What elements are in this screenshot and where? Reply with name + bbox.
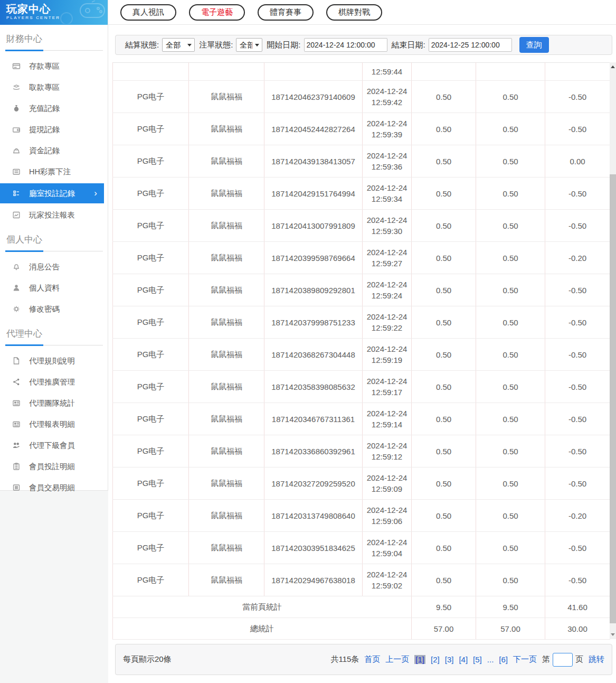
table-row: PG电子鼠鼠福福18714203898092928012024-12-2412:…	[113, 274, 610, 306]
page-link[interactable]: ...	[487, 655, 494, 664]
sidebar-item[interactable]: 代理規則說明	[0, 350, 108, 371]
bet-date: 2024-12-24	[363, 118, 411, 129]
recharge-moneybag-icon	[12, 104, 21, 113]
sidebar-item[interactable]: HH彩票下注	[0, 161, 108, 182]
game-cell: 鼠鼠福福	[189, 564, 264, 596]
platform-cell: PG电子	[113, 306, 189, 339]
sidebar-item[interactable]: 會員投註明細	[0, 456, 108, 477]
bet-time: 12:59:30	[363, 226, 411, 237]
sidebar-item-label: HH彩票下注	[29, 167, 71, 177]
sidebar-item[interactable]: 存款專區	[0, 55, 108, 77]
bet-time: 12:59:17	[363, 387, 411, 398]
bet-date: 2024-12-24	[363, 86, 411, 97]
scrollbar-thumb[interactable]	[610, 174, 616, 623]
table-row: PG电子鼠鼠福福18714203583980856322024-12-2412:…	[113, 371, 610, 403]
vertical-scrollbar[interactable]	[610, 62, 616, 639]
end-date-input[interactable]	[429, 38, 512, 52]
valid-amount-cell: 0.50	[476, 177, 545, 210]
news-icon	[12, 399, 21, 407]
sidebar-item-label: 消息公告	[29, 262, 60, 272]
query-button[interactable]: 查詢	[519, 37, 549, 53]
platform-cell: PG电子	[113, 403, 189, 435]
valid-amount-cell: 0.50	[476, 371, 545, 403]
order-number-cell: 1871420358398085632	[264, 371, 363, 403]
game-tab[interactable]: 體育賽事	[258, 4, 314, 21]
per-page-label: 每頁顯示20條	[123, 654, 172, 665]
game-tab[interactable]: 真人視訊	[120, 4, 176, 21]
sidebar-item[interactable]: 會員交易明細	[0, 477, 108, 498]
sidebar-item[interactable]: 廳室投註記錄›	[0, 183, 104, 203]
table-row: PG电子鼠鼠福福18714203137498086402024-12-2412:…	[113, 500, 610, 532]
page-link[interactable]: [3]	[445, 655, 454, 664]
sidebar-item-label: 修改密碼	[29, 304, 60, 314]
sidebar-item-label: 資金記錄	[29, 146, 60, 156]
sidebar-item[interactable]: 消息公告	[0, 256, 108, 277]
table-row: PG电子鼠鼠福福18714204130079918092024-12-2412:…	[113, 210, 610, 242]
bet-amount-cell: 0.50	[412, 210, 476, 242]
sidebar-item[interactable]: 取款專區	[0, 77, 108, 98]
bell-icon	[12, 263, 21, 271]
deposit-card-icon	[12, 62, 21, 70]
settle-status-select[interactable]: 全部	[162, 38, 195, 52]
clipboard-icon	[12, 462, 21, 471]
funds-purse-icon	[12, 146, 21, 155]
platform-cell: PG电子	[113, 242, 189, 274]
page-link[interactable]: [4]	[459, 655, 468, 664]
withdraw-hand-icon	[12, 83, 21, 91]
sidebar-item[interactable]: 資金記錄	[0, 140, 108, 161]
page-jump-input[interactable]	[553, 653, 573, 667]
list-icon	[12, 483, 21, 492]
section-header: 個人中心	[0, 226, 108, 250]
sidebar-item[interactable]: 玩家投注報表	[0, 204, 108, 226]
bet-time-cell: 2024-12-2412:59:39	[363, 113, 412, 145]
scroll-up-arrow-icon[interactable]	[611, 66, 615, 68]
page-link[interactable]: [2]	[431, 655, 440, 664]
bet-time-cell: 2024-12-2412:59:34	[363, 177, 412, 210]
sidebar-item[interactable]: 代理下級會員	[0, 435, 108, 456]
valid-amount-cell: 0.50	[476, 113, 545, 145]
game-cell: 鼠鼠福福	[189, 145, 264, 177]
platform-cell: PG电子	[113, 532, 189, 564]
sidebar-item-label: 代理下級會員	[29, 441, 75, 451]
sidebar-item-label: 代理報表明細	[29, 419, 75, 429]
sidebar-item-label: 提現記錄	[29, 125, 60, 135]
first-page-link[interactable]: 首页	[364, 654, 380, 665]
sidebar-item[interactable]: 代理團隊統計	[0, 392, 108, 414]
summary-profit-total: 41.60	[545, 596, 610, 618]
profit-cell: -0.50	[545, 274, 610, 306]
sidebar-item[interactable]: 代理報表明細	[0, 414, 108, 435]
sidebar-item[interactable]: 修改密碼	[0, 298, 108, 320]
bet-time: 12:59:44	[363, 66, 411, 77]
next-page-link[interactable]: 下一页	[513, 654, 537, 665]
scroll-down-arrow-icon[interactable]	[611, 633, 615, 636]
sidebar-item[interactable]: 代理推廣管理	[0, 371, 108, 392]
order-status-select[interactable]: 全部	[236, 38, 262, 52]
bet-time: 12:59:04	[363, 548, 411, 559]
page-link[interactable]: [5]	[473, 655, 482, 664]
sidebar-item[interactable]: 充值記錄	[0, 98, 108, 119]
order-number-cell: 1871420389809292801	[264, 274, 363, 306]
bet-time-cell: 2024-12-2412:59:06	[363, 500, 412, 532]
bet-amount-cell: 0.50	[412, 306, 476, 339]
game-tab[interactable]: 棋牌對戰	[326, 4, 382, 21]
page-link[interactable]: [6]	[499, 655, 508, 664]
summary-label: 總統計	[113, 618, 412, 640]
bet-time-cell: 2024-12-2412:59:27	[363, 242, 412, 274]
valid-amount-cell: 0.50	[476, 306, 545, 339]
prev-page-link[interactable]: 上一页	[385, 654, 409, 665]
summary-bet-total: 9.50	[412, 596, 476, 618]
platform-cell: PG电子	[113, 339, 189, 371]
bet-amount-cell: 0.50	[412, 403, 476, 435]
gamepad-icon	[58, 1, 107, 24]
sidebar-item[interactable]: 個人資料	[0, 277, 108, 298]
sidebar-item[interactable]: 提現記錄	[0, 119, 108, 140]
game-tab[interactable]: 電子遊藝	[189, 4, 245, 21]
bet-time: 12:59:22	[363, 322, 411, 333]
profit-cell: -0.50	[545, 371, 610, 403]
summary-valid-total: 57.00	[476, 618, 545, 640]
order-number-cell: 1871420336860392961	[264, 435, 363, 467]
current-page[interactable]: [1]	[414, 655, 425, 664]
jump-button[interactable]: 跳转	[589, 654, 604, 665]
valid-amount-cell: 0.50	[476, 403, 545, 435]
start-date-input[interactable]	[304, 38, 387, 52]
